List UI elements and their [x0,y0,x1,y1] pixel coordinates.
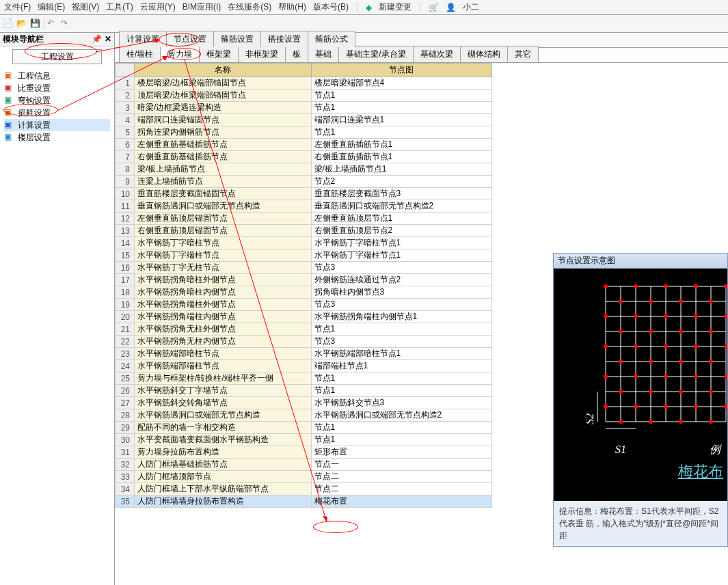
row-node[interactable]: 外侧钢筋连续通过节点2 [311,274,491,286]
row-name[interactable]: 水平变截面墙变截面侧水平钢筋构造 [135,434,311,446]
row-name[interactable]: 水平钢筋拐角端柱内侧节点 [135,311,311,323]
sidebar-item-2[interactable]: ▣弯钩设置 [4,94,110,107]
sidebar-item-0[interactable]: ▣工程信息 [4,70,110,82]
sidebar-item-4[interactable]: ▣计算设置 [4,119,110,131]
row-node[interactable]: 水平钢筋丁字端柱节点1 [311,249,491,262]
table-row[interactable]: 32人防门框墙基础插筋节点节点一 [116,459,492,471]
row-node[interactable]: 梅花布置 [311,495,491,508]
table-row[interactable]: 30水平变截面墙变截面侧水平钢筋构造节点1 [116,434,492,446]
row-name[interactable]: 水平钢筋遇洞口或端部无节点构造 [135,409,311,422]
row-name[interactable]: 人防门框墙上下部水平纵筋端部节点 [135,483,311,495]
row-node[interactable]: 节点3 [311,262,491,274]
sub-tab-3[interactable]: 非框架梁 [238,46,286,62]
menu-new-change[interactable]: 新建变更 [379,1,412,13]
row-node[interactable]: 节点2 [311,176,491,188]
row-name[interactable]: 剪力墙与框架柱/转换柱/端柱平齐一侧 [135,372,311,385]
table-row[interactable]: 24水平钢筋端部端柱节点端部端柱节点1 [116,360,492,372]
sub-tab-8[interactable]: 砌体结构 [460,46,508,62]
menu-tools[interactable]: 工具(T) [106,1,133,13]
table-row[interactable]: 17水平钢筋拐角暗柱外侧节点外侧钢筋连续通过节点2 [116,274,492,286]
table-row[interactable]: 26水平钢筋斜交丁字墙节点节点1 [116,385,492,397]
row-name[interactable]: 左侧垂直筋基础插筋节点 [135,139,311,151]
row-node[interactable]: 节点1 [311,434,491,446]
new-icon[interactable]: 📄 [3,18,14,29]
sub-tab-2[interactable]: 框架梁 [199,46,239,62]
table-row[interactable]: 10垂直筋楼层变截面锚固节点垂直筋楼层变截面节点3 [116,188,492,200]
sub-tab-1[interactable]: 剪力墙 [160,46,200,62]
row-name[interactable]: 拐角连梁内侧钢筋节点 [135,126,311,139]
row-node[interactable]: 右侧垂直筋插筋节点1 [311,151,491,163]
row-node[interactable]: 拐角暗柱内侧节点3 [311,286,491,299]
row-name[interactable]: 人防门框墙基础插筋节点 [135,459,311,471]
row-name[interactable]: 水平钢筋斜交丁字墙节点 [135,385,311,397]
row-name[interactable]: 剪力墙身拉筋布置构造 [135,446,311,459]
cart-icon[interactable]: 🛒 [429,3,439,12]
table-row[interactable]: 11垂直钢筋遇洞口或端部无节点构造垂直筋遇洞口或端部无节点构造2 [116,200,492,213]
table-row[interactable]: 4端部洞口连梁锚固节点端部洞口连梁节点1 [116,114,492,126]
row-node[interactable]: 节点1 [311,90,491,102]
row-node[interactable]: 端部洞口连梁节点1 [311,114,491,126]
table-row[interactable]: 21水平钢筋拐角无柱外侧节点节点1 [116,323,492,336]
row-name[interactable]: 水平钢筋丁字端柱节点 [135,249,311,262]
row-name[interactable]: 水平钢筋丁字无柱节点 [135,262,311,274]
menu-cloud[interactable]: 云应用(Y) [140,1,176,13]
row-node[interactable]: 梁/板上墙插筋节点1 [311,163,491,176]
sub-tab-5[interactable]: 基础 [308,46,339,62]
row-node[interactable]: 端部端柱节点1 [311,360,491,372]
row-name[interactable]: 水平钢筋拐角暗柱内侧节点 [135,286,311,299]
table-row[interactable]: 31剪力墙身拉筋布置构造矩形布置 [116,446,492,459]
table-row[interactable]: 5拐角连梁内侧钢筋节点节点1 [116,126,492,139]
sub-tab-9[interactable]: 其它 [507,46,539,62]
row-node[interactable]: 垂直筋楼层变截面节点3 [311,188,491,200]
row-node[interactable]: 楼层暗梁端部节点4 [311,77,491,90]
sidebar-item-3[interactable]: ▣损耗设置 [4,107,110,119]
row-name[interactable]: 楼层暗梁/边框梁端部锚固节点 [135,77,311,90]
table-row[interactable]: 9连梁上墙插筋节点节点2 [116,176,492,188]
table-row[interactable]: 3暗梁/边框梁遇连梁构造节点1 [116,102,492,114]
table-row[interactable]: 7右侧垂直筋基础插筋节点右侧垂直筋插筋节点1 [116,151,492,163]
row-name[interactable]: 配筋不同的墙一字相交构造 [135,422,311,434]
table-row[interactable]: 12左侧垂直筋顶层锚固节点左侧垂直筋顶层节点1 [116,213,492,225]
row-name[interactable]: 水平钢筋拐角端柱外侧节点 [135,299,311,311]
pin-icon[interactable]: 📌 [92,34,102,44]
row-name[interactable]: 暗梁/边框梁遇连梁构造 [135,102,311,114]
row-node[interactable]: 水平钢筋拐角端柱内侧节点1 [311,311,491,323]
row-name[interactable]: 垂直钢筋遇洞口或端部无节点构造 [135,200,311,213]
row-name[interactable]: 左侧垂直筋顶层锚固节点 [135,213,311,225]
diagram-link[interactable]: 梅花布 [678,461,723,482]
row-name[interactable]: 水平钢筋端部暗柱节点 [135,348,311,360]
menu-help[interactable]: 帮助(H) [278,1,306,13]
menu-bim[interactable]: BIM应用(I) [183,1,221,13]
top-tab-1[interactable]: 节点设置 [166,31,214,47]
table-row[interactable]: 8梁/板上墙插筋节点梁/板上墙插筋节点1 [116,163,492,176]
table-row[interactable]: 25剪力墙与框架柱/转换柱/端柱平齐一侧节点1 [116,372,492,385]
row-name[interactable]: 水平钢筋拐角无柱外侧节点 [135,323,311,336]
row-name[interactable]: 端部洞口连梁锚固节点 [135,114,311,126]
table-row[interactable]: 19水平钢筋拐角端柱外侧节点节点3 [116,299,492,311]
redo-icon[interactable]: ↷ [61,18,72,29]
row-name[interactable]: 连梁上墙插筋节点 [135,176,311,188]
table-row[interactable]: 23水平钢筋端部暗柱节点水平钢筋端部暗柱节点1 [116,348,492,360]
row-name[interactable]: 人防门框墙墙身拉筋布置构造 [135,495,311,508]
row-node[interactable]: 右侧垂直筋顶层节点2 [311,225,491,237]
table-row[interactable]: 20水平钢筋拐角端柱内侧节点水平钢筋拐角端柱内侧节点1 [116,311,492,323]
row-node[interactable]: 矩形布置 [311,446,491,459]
sub-tab-6[interactable]: 基础主梁/承台梁 [338,46,413,62]
menu-view[interactable]: 视图(V) [72,1,99,13]
table-row[interactable]: 1楼层暗梁/边框梁端部锚固节点楼层暗梁端部节点4 [116,77,492,90]
table-row[interactable]: 34人防门框墙上下部水平纵筋端部节点节点二 [116,483,492,495]
table-row[interactable]: 15水平钢筋丁字端柱节点水平钢筋丁字端柱节点1 [116,249,492,262]
table-row[interactable]: 22水平钢筋拐角无柱内侧节点节点3 [116,336,492,348]
sub-tab-4[interactable]: 板 [285,46,308,62]
sidebar-item-5[interactable]: ▣楼层设置 [4,131,110,144]
menu-online[interactable]: 在线服务(S) [228,1,271,13]
table-row[interactable]: 33人防门框墙顶部节点节点二 [116,471,492,483]
table-row[interactable]: 18水平钢筋拐角暗柱内侧节点拐角暗柱内侧节点3 [116,286,492,299]
top-tab-2[interactable]: 箍筋设置 [213,31,261,47]
row-name[interactable]: 水平钢筋拐角无柱内侧节点 [135,336,311,348]
row-name[interactable]: 右侧垂直筋顶层锚固节点 [135,225,311,237]
top-tab-4[interactable]: 箍筋公式 [308,31,355,47]
menu-edit[interactable]: 编辑(E) [38,1,65,13]
table-row[interactable]: 28水平钢筋遇洞口或端部无节点构造水平钢筋遇洞口或端部无节点构造2 [116,409,492,422]
row-node[interactable]: 节点二 [311,471,491,483]
